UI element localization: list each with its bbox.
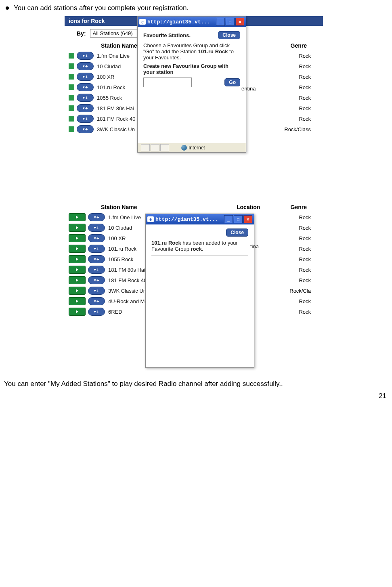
status-indicator-icon <box>69 53 74 59</box>
add-favourite-button[interactable] <box>77 52 94 60</box>
status-indicator-icon <box>69 84 74 90</box>
play-button[interactable] <box>69 297 86 305</box>
col-location: Location <box>206 204 291 210</box>
status-indicator-icon <box>69 74 74 80</box>
popup-body: Close 101.ru Rock has been added to your… <box>146 224 254 367</box>
play-button[interactable] <box>69 234 86 242</box>
play-button[interactable] <box>69 245 86 253</box>
maximize-button[interactable]: □ <box>234 215 243 223</box>
station-genre: Rock <box>299 309 311 315</box>
popup-create-group-label: Create new Favourites Group with your st… <box>143 63 240 75</box>
popup-text-line: Choose a Favourites Group and click <box>143 42 240 48</box>
play-button[interactable] <box>69 266 86 274</box>
screenshot-2: Station Name Location Genre 1.fm One Liv… <box>65 202 323 376</box>
add-favourite-button[interactable] <box>88 255 105 263</box>
add-favourite-button[interactable] <box>77 83 94 91</box>
col-genre: Genre <box>291 42 307 49</box>
popup-body: Favourite Stations. Close Choose a Favou… <box>138 27 246 143</box>
status-indicator-icon <box>69 126 74 132</box>
column-headers-2: Station Name Location Genre <box>65 202 323 212</box>
group-name-input[interactable] <box>143 78 192 87</box>
popup-text-line: your Favourites. <box>143 55 240 61</box>
col-genre: Genre <box>291 204 307 210</box>
station-genre: Rock <box>299 225 311 231</box>
minimize-button[interactable]: _ <box>216 18 225 26</box>
status-text: Internet <box>189 145 205 151</box>
bullet-item: You can add stations after you complete … <box>6 4 388 12</box>
status-indicator-icon <box>69 116 74 122</box>
station-genre: Rock <box>299 214 311 220</box>
screenshot-1: ions for Rock By: All Stations (649) Sta… <box>65 16 323 190</box>
play-button[interactable] <box>69 213 86 221</box>
station-genre: Rock <box>299 246 311 252</box>
station-genre: Rock <box>299 53 311 59</box>
popup-text-line: "Go" to add the Station 101.ru Rock to <box>143 48 240 55</box>
confirmation-popup: e http://giant35.vt... _ □ ✕ Close 101.r… <box>145 214 254 368</box>
internet-zone-icon <box>181 145 187 151</box>
station-genre: Rock <box>299 267 311 273</box>
add-favourite-button[interactable] <box>77 94 94 102</box>
station-genre: Rock <box>299 63 311 69</box>
add-favourite-button[interactable] <box>77 62 94 70</box>
ie-icon: e <box>139 19 146 25</box>
popup-title: http://giant35.vt... <box>155 216 224 222</box>
close-window-button[interactable]: ✕ <box>235 18 244 26</box>
station-genre: Rock <box>299 74 311 80</box>
add-favourite-button[interactable] <box>77 104 94 112</box>
status-indicator-icon <box>69 105 74 111</box>
popup-title: http://giant35.vt... <box>147 19 216 25</box>
play-button[interactable] <box>69 308 86 316</box>
close-window-button[interactable]: ✕ <box>243 215 252 223</box>
go-button[interactable]: Go <box>224 78 240 86</box>
popup-close-button[interactable]: Close <box>218 31 240 39</box>
add-favourite-button[interactable] <box>88 287 105 295</box>
location-fragment: tina <box>250 243 259 249</box>
station-genre: Rock <box>299 277 311 283</box>
col-station-name: Station Name <box>101 204 206 210</box>
popup-statusbar: Internet <box>138 143 246 152</box>
popup-titlebar[interactable]: e http://giant35.vt... _ □ ✕ <box>146 214 254 224</box>
favourites-popup: e http://giant35.vt... _ □ ✕ Favourite S… <box>137 16 246 153</box>
bullet-text: You can add stations after you complete … <box>14 4 189 12</box>
add-favourite-button[interactable] <box>88 266 105 274</box>
location-fragment: entina <box>241 86 256 92</box>
by-label: By: <box>77 30 86 37</box>
play-button[interactable] <box>69 276 86 284</box>
station-genre: Rock/Cla <box>289 288 311 294</box>
footer-text: You can enter "My Added Stations" to pla… <box>4 380 388 388</box>
popup-close-button[interactable]: Close <box>226 229 248 237</box>
add-favourite-button[interactable] <box>88 224 105 232</box>
station-genre: Rock <box>299 235 311 241</box>
add-favourite-button[interactable] <box>88 234 105 242</box>
add-favourite-button[interactable] <box>88 276 105 284</box>
play-button[interactable] <box>69 255 86 263</box>
add-favourite-button[interactable] <box>88 213 105 221</box>
maximize-button[interactable]: □ <box>226 18 235 26</box>
popup-titlebar[interactable]: e http://giant35.vt... _ □ ✕ <box>138 17 246 27</box>
play-button[interactable] <box>69 224 86 232</box>
station-genre: Rock <box>299 95 311 101</box>
ie-icon: e <box>147 216 154 222</box>
confirmation-message: 101.ru Rock has been added to your Favou… <box>151 240 248 252</box>
add-favourite-button[interactable] <box>77 73 94 81</box>
station-genre: Rock <box>299 105 311 111</box>
bullet-icon <box>6 6 9 10</box>
play-button[interactable] <box>69 287 86 295</box>
status-indicator-icon <box>69 95 74 101</box>
add-favourite-button[interactable] <box>77 115 94 123</box>
station-genre: Rock <box>299 116 311 122</box>
add-favourite-button[interactable] <box>88 297 105 305</box>
add-favourite-button[interactable] <box>77 125 94 133</box>
add-favourite-button[interactable] <box>88 245 105 253</box>
station-genre: Rock/Class <box>284 126 311 132</box>
station-genre: Rock <box>299 84 311 90</box>
minimize-button[interactable]: _ <box>224 215 233 223</box>
add-favourite-button[interactable] <box>88 308 105 316</box>
popup-heading: Favourite Stations. <box>143 32 191 38</box>
station-genre: Rock <box>299 298 311 304</box>
page-number: 21 <box>379 392 386 400</box>
status-indicator-icon <box>69 63 74 69</box>
station-genre: Rock <box>299 256 311 262</box>
